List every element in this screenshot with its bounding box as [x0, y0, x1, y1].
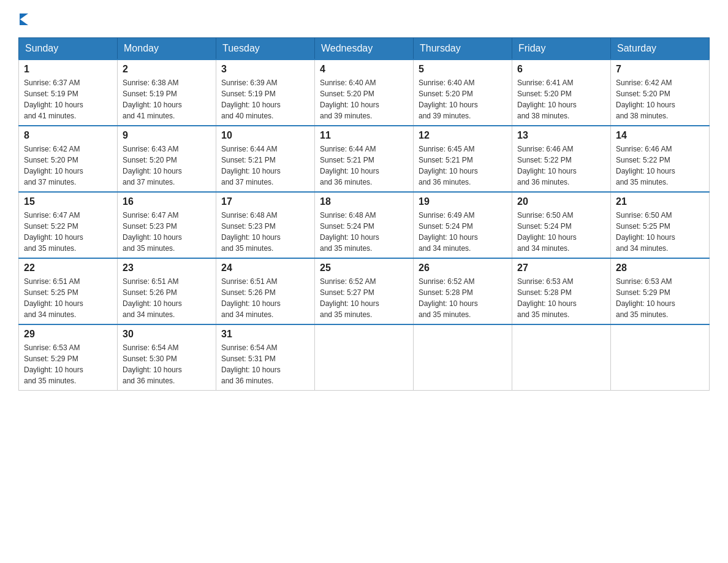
- calendar-day-cell: 16Sunrise: 6:47 AMSunset: 5:23 PMDayligh…: [118, 192, 216, 258]
- calendar-day-cell: 26Sunrise: 6:52 AMSunset: 5:28 PMDayligh…: [414, 258, 512, 324]
- day-info: Sunrise: 6:50 AMSunset: 5:24 PMDaylight:…: [517, 210, 605, 254]
- logo: [18, 12, 28, 25]
- day-info: Sunrise: 6:51 AMSunset: 5:25 PMDaylight:…: [24, 276, 112, 320]
- day-info: Sunrise: 6:44 AMSunset: 5:21 PMDaylight:…: [221, 144, 309, 188]
- day-info: Sunrise: 6:53 AMSunset: 5:29 PMDaylight:…: [616, 276, 704, 320]
- day-info: Sunrise: 6:41 AMSunset: 5:20 PMDaylight:…: [517, 77, 605, 121]
- day-number: 11: [320, 130, 408, 141]
- day-info: Sunrise: 6:51 AMSunset: 5:26 PMDaylight:…: [221, 276, 309, 320]
- calendar-day-cell: 23Sunrise: 6:51 AMSunset: 5:26 PMDayligh…: [118, 258, 216, 324]
- day-info: Sunrise: 6:40 AMSunset: 5:20 PMDaylight:…: [320, 77, 408, 121]
- calendar-day-cell: 6Sunrise: 6:41 AMSunset: 5:20 PMDaylight…: [512, 59, 611, 126]
- day-info: Sunrise: 6:40 AMSunset: 5:20 PMDaylight:…: [419, 77, 507, 121]
- calendar-day-cell: 3Sunrise: 6:39 AMSunset: 5:19 PMDaylight…: [216, 59, 315, 126]
- calendar-day-cell: 27Sunrise: 6:53 AMSunset: 5:28 PMDayligh…: [512, 258, 611, 324]
- day-number: 31: [221, 329, 309, 340]
- calendar-day-cell: 28Sunrise: 6:53 AMSunset: 5:29 PMDayligh…: [611, 258, 710, 324]
- day-number: 30: [123, 329, 211, 340]
- day-info: Sunrise: 6:47 AMSunset: 5:22 PMDaylight:…: [24, 210, 112, 254]
- calendar-day-cell: 9Sunrise: 6:43 AMSunset: 5:20 PMDaylight…: [118, 126, 216, 192]
- day-number: 16: [123, 196, 211, 207]
- calendar-day-cell: 29Sunrise: 6:53 AMSunset: 5:29 PMDayligh…: [19, 324, 118, 391]
- calendar-day-cell: 8Sunrise: 6:42 AMSunset: 5:20 PMDaylight…: [19, 126, 118, 192]
- day-number: 24: [221, 262, 309, 274]
- day-info: Sunrise: 6:47 AMSunset: 5:23 PMDaylight:…: [123, 210, 211, 254]
- day-number: 25: [320, 262, 408, 274]
- calendar-day-cell: 30Sunrise: 6:54 AMSunset: 5:30 PMDayligh…: [118, 324, 216, 391]
- day-number: 8: [24, 130, 112, 141]
- calendar-day-cell: 25Sunrise: 6:52 AMSunset: 5:27 PMDayligh…: [315, 258, 414, 324]
- day-info: Sunrise: 6:52 AMSunset: 5:27 PMDaylight:…: [320, 276, 408, 320]
- day-number: 14: [616, 130, 704, 141]
- day-info: Sunrise: 6:52 AMSunset: 5:28 PMDaylight:…: [419, 276, 507, 320]
- calendar-day-cell: 17Sunrise: 6:48 AMSunset: 5:23 PMDayligh…: [216, 192, 315, 258]
- calendar-day-cell: [315, 324, 414, 391]
- day-info: Sunrise: 6:37 AMSunset: 5:19 PMDaylight:…: [24, 77, 112, 121]
- calendar-week-row: 29Sunrise: 6:53 AMSunset: 5:29 PMDayligh…: [19, 324, 710, 391]
- day-number: 27: [517, 262, 605, 274]
- day-info: Sunrise: 6:54 AMSunset: 5:31 PMDaylight:…: [221, 342, 309, 386]
- day-info: Sunrise: 6:51 AMSunset: 5:26 PMDaylight:…: [123, 276, 211, 320]
- day-info: Sunrise: 6:45 AMSunset: 5:21 PMDaylight:…: [419, 144, 507, 188]
- calendar-day-cell: 21Sunrise: 6:50 AMSunset: 5:25 PMDayligh…: [611, 192, 710, 258]
- day-number: 4: [320, 64, 408, 75]
- calendar-table: SundayMondayTuesdayWednesdayThursdayFrid…: [18, 37, 710, 391]
- day-number: 3: [221, 64, 309, 75]
- day-info: Sunrise: 6:39 AMSunset: 5:19 PMDaylight:…: [221, 77, 309, 121]
- day-info: Sunrise: 6:54 AMSunset: 5:30 PMDaylight:…: [123, 342, 211, 386]
- calendar-day-cell: 24Sunrise: 6:51 AMSunset: 5:26 PMDayligh…: [216, 258, 315, 324]
- calendar-day-cell: [512, 324, 611, 391]
- weekday-header: Thursday: [414, 38, 512, 60]
- calendar-week-row: 22Sunrise: 6:51 AMSunset: 5:25 PMDayligh…: [19, 258, 710, 324]
- calendar-day-cell: 15Sunrise: 6:47 AMSunset: 5:22 PMDayligh…: [19, 192, 118, 258]
- day-info: Sunrise: 6:49 AMSunset: 5:24 PMDaylight:…: [419, 210, 507, 254]
- day-info: Sunrise: 6:53 AMSunset: 5:28 PMDaylight:…: [517, 276, 605, 320]
- calendar-day-cell: [414, 324, 512, 391]
- day-info: Sunrise: 6:48 AMSunset: 5:23 PMDaylight:…: [221, 210, 309, 254]
- day-number: 5: [419, 64, 507, 75]
- calendar-day-cell: 12Sunrise: 6:45 AMSunset: 5:21 PMDayligh…: [414, 126, 512, 192]
- day-info: Sunrise: 6:42 AMSunset: 5:20 PMDaylight:…: [616, 77, 704, 121]
- calendar-day-cell: 20Sunrise: 6:50 AMSunset: 5:24 PMDayligh…: [512, 192, 611, 258]
- weekday-header: Tuesday: [216, 38, 315, 60]
- day-number: 1: [24, 64, 112, 75]
- day-info: Sunrise: 6:44 AMSunset: 5:21 PMDaylight:…: [320, 144, 408, 188]
- day-number: 13: [517, 130, 605, 141]
- day-info: Sunrise: 6:43 AMSunset: 5:20 PMDaylight:…: [123, 144, 211, 188]
- day-info: Sunrise: 6:53 AMSunset: 5:29 PMDaylight:…: [24, 342, 112, 386]
- day-info: Sunrise: 6:46 AMSunset: 5:22 PMDaylight:…: [517, 144, 605, 188]
- day-number: 26: [419, 262, 507, 274]
- day-info: Sunrise: 6:42 AMSunset: 5:20 PMDaylight:…: [24, 144, 112, 188]
- day-number: 29: [24, 329, 112, 340]
- calendar-day-cell: 10Sunrise: 6:44 AMSunset: 5:21 PMDayligh…: [216, 126, 315, 192]
- calendar-week-row: 15Sunrise: 6:47 AMSunset: 5:22 PMDayligh…: [19, 192, 710, 258]
- day-number: 17: [221, 196, 309, 207]
- calendar-day-cell: 7Sunrise: 6:42 AMSunset: 5:20 PMDaylight…: [611, 59, 710, 126]
- day-info: Sunrise: 6:48 AMSunset: 5:24 PMDaylight:…: [320, 210, 408, 254]
- day-number: 9: [123, 130, 211, 141]
- calendar-day-cell: [611, 324, 710, 391]
- calendar-day-cell: 11Sunrise: 6:44 AMSunset: 5:21 PMDayligh…: [315, 126, 414, 192]
- weekday-header: Monday: [118, 38, 216, 60]
- weekday-header: Saturday: [611, 38, 710, 60]
- day-number: 12: [419, 130, 507, 141]
- day-info: Sunrise: 6:38 AMSunset: 5:19 PMDaylight:…: [123, 77, 211, 121]
- calendar-day-cell: 18Sunrise: 6:48 AMSunset: 5:24 PMDayligh…: [315, 192, 414, 258]
- calendar-week-row: 8Sunrise: 6:42 AMSunset: 5:20 PMDaylight…: [19, 126, 710, 192]
- weekday-header: Friday: [512, 38, 611, 60]
- day-info: Sunrise: 6:50 AMSunset: 5:25 PMDaylight:…: [616, 210, 704, 254]
- day-number: 2: [123, 64, 211, 75]
- day-number: 10: [221, 130, 309, 141]
- weekday-header: Wednesday: [315, 38, 414, 60]
- day-number: 28: [616, 262, 704, 274]
- calendar-day-cell: 31Sunrise: 6:54 AMSunset: 5:31 PMDayligh…: [216, 324, 315, 391]
- calendar-day-cell: 22Sunrise: 6:51 AMSunset: 5:25 PMDayligh…: [19, 258, 118, 324]
- page-header: [18, 12, 710, 25]
- day-number: 21: [616, 196, 704, 207]
- calendar-day-cell: 4Sunrise: 6:40 AMSunset: 5:20 PMDaylight…: [315, 59, 414, 126]
- day-number: 15: [24, 196, 112, 207]
- day-number: 22: [24, 262, 112, 274]
- day-number: 7: [616, 64, 704, 75]
- weekday-header: Sunday: [19, 38, 118, 60]
- calendar-day-cell: 19Sunrise: 6:49 AMSunset: 5:24 PMDayligh…: [414, 192, 512, 258]
